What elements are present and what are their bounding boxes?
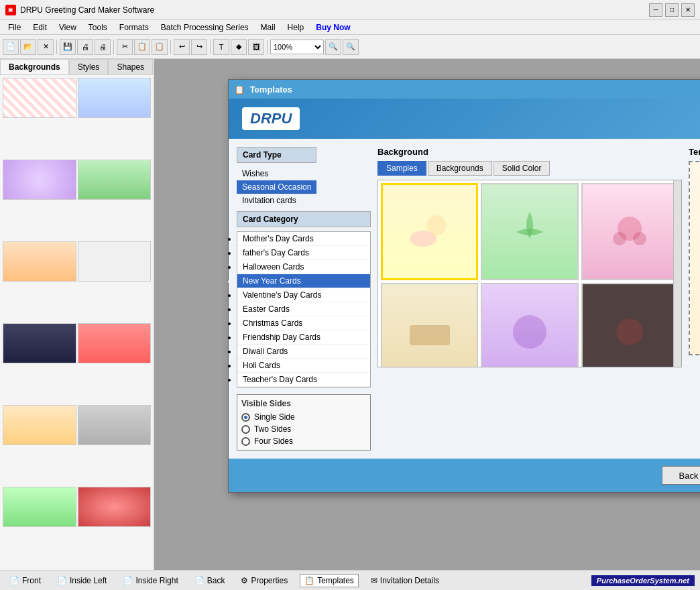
zoom-select[interactable]: 100% 75% 50% 125% 150% (270, 40, 324, 54)
tab-backgrounds[interactable]: Backgrounds (0, 59, 69, 74)
menu-view[interactable]: View (54, 21, 82, 34)
image-button[interactable]: 🖼 (248, 39, 264, 55)
bg-thumb-8[interactable] (78, 323, 152, 363)
bg-thumb-3[interactable] (3, 160, 76, 200)
card-type-invitation[interactable]: Invitation cards (237, 194, 316, 207)
paste-button[interactable]: 📋 (152, 39, 168, 55)
svg-point-3 (613, 232, 626, 245)
save-button[interactable]: 💾 (60, 39, 76, 55)
bg-thumb-2[interactable] (78, 78, 152, 118)
bg-tab-solidcolor[interactable]: Solid Color (493, 161, 550, 176)
radio-group-sides: Single Side Two Sides Four Sides (241, 412, 366, 446)
radio-single-side[interactable]: Single Side (241, 412, 366, 422)
undo-button[interactable]: ↩ (174, 39, 190, 55)
back-button[interactable]: Back (662, 466, 700, 485)
menu-mail[interactable]: Mail (255, 21, 281, 34)
save-all-button[interactable]: 🖨 (77, 39, 93, 55)
tab-templates[interactable]: 📋 Templates (300, 574, 359, 587)
cat-fathers[interactable]: father's Day Cards (237, 246, 370, 260)
bg-thumb-container[interactable] (377, 180, 682, 367)
bg-thumb-9[interactable] (3, 405, 76, 445)
menu-help[interactable]: Help (282, 21, 310, 34)
cat-friendship[interactable]: Friendship Day Cards (237, 331, 370, 345)
copy-button[interactable]: 📋 (134, 39, 150, 55)
bg-thumb-11[interactable] (3, 487, 76, 527)
bg-thumb-7[interactable] (3, 323, 76, 363)
tab-shapes[interactable]: Shapes (108, 59, 153, 74)
app-logo: ▣ (5, 5, 16, 15)
maximize-button[interactable]: □ (665, 3, 679, 17)
bg-thumb-12[interactable] (78, 487, 152, 527)
menu-file[interactable]: File (3, 21, 26, 34)
content-area: 📋 Templates ✕ DRPU Greeting Cards MAKER … (154, 59, 700, 570)
close-button[interactable]: ✕ (681, 3, 695, 17)
tab-inside-right[interactable]: 📄 Inside Right (119, 575, 182, 587)
redo-button[interactable]: ↪ (191, 39, 207, 55)
sample-1[interactable] (381, 183, 478, 280)
radio-single-circle (241, 413, 250, 422)
bg-thumb-4[interactable] (78, 160, 152, 200)
sample-6[interactable] (581, 283, 679, 367)
dialog-banner: DRPU Greeting Cards MAKER SOFTWARE (229, 99, 700, 139)
cat-newyear[interactable]: New Year Cards (237, 274, 370, 288)
card-type-seasonal[interactable]: Seasonal Occasion (237, 180, 316, 194)
menu-formats[interactable]: Formats (114, 21, 154, 34)
menu-buynow[interactable]: Buy Now (310, 21, 355, 34)
tab-styles[interactable]: Styles (69, 59, 109, 74)
bg-thumb-5[interactable] (3, 241, 76, 282)
cat-diwali[interactable]: Diwali Cards (237, 345, 370, 359)
app-title: DRPU Greeting Card Maker Software (20, 5, 154, 15)
open-button[interactable]: 📂 (20, 39, 36, 55)
cat-valentines[interactable]: Valentine's Day Cards (237, 288, 370, 302)
inside-right-icon: 📄 (123, 576, 133, 585)
card-type-wishes[interactable]: Wishes (237, 167, 316, 180)
minimize-button[interactable]: ─ (649, 3, 662, 17)
cat-mothers[interactable]: Mother's Day Cards (237, 232, 370, 246)
menu-edit[interactable]: Edit (27, 21, 52, 34)
bg-tab-samples[interactable]: Samples (377, 161, 426, 176)
tab-invitation[interactable]: ✉ Invitation Details (367, 575, 443, 587)
invitation-icon: ✉ (371, 576, 377, 585)
bg-thumb-6[interactable] (78, 241, 152, 282)
cat-easter[interactable]: Easter Cards (237, 302, 370, 316)
bg-sample-grid (381, 183, 679, 367)
sample-5[interactable] (481, 283, 578, 367)
cut-button[interactable]: ✂ (117, 39, 133, 55)
tab-inside-left[interactable]: 📄 Inside Left (53, 575, 111, 587)
close-doc-button[interactable]: ✕ (38, 39, 54, 55)
sample-2[interactable] (481, 183, 578, 280)
visible-sides-title: Visible Sides (241, 399, 366, 408)
print-button[interactable]: 🖨 (95, 39, 111, 55)
cat-christmas[interactable]: Christmas Cards (237, 316, 370, 331)
preview-description: Lets welcome the year which is fresh and… (697, 292, 700, 315)
menu-tools[interactable]: Tools (83, 21, 113, 34)
bg-tab-backgrounds[interactable]: Backgrounds (428, 161, 492, 176)
bg-thumb-10[interactable] (78, 405, 152, 445)
radio-two-circle (241, 425, 250, 434)
cat-holi[interactable]: Holi Cards (237, 359, 370, 373)
left-tab-bar: Backgrounds Styles Shapes (0, 59, 154, 75)
dialog-title: 📋 Templates (234, 84, 292, 95)
tab-back[interactable]: 📄 Back (190, 575, 229, 587)
tab-front[interactable]: 📄 Front (5, 575, 45, 587)
zoom-in-button[interactable]: 🔍 (325, 39, 341, 55)
card-category-list: Mother's Day Cards father's Day Cards Ha… (237, 231, 371, 388)
bg-thumb-1[interactable] (3, 78, 76, 118)
bottom-bar: 📄 Front 📄 Inside Left 📄 Inside Right 📄 B… (0, 570, 700, 590)
cat-teachers[interactable]: Teacher's Day Cards (237, 373, 370, 387)
scrollbar[interactable] (673, 180, 681, 367)
zoom-out-button[interactable]: 🔍 (343, 39, 359, 55)
sample-4[interactable] (381, 283, 478, 367)
bottom-tab-bar: 📄 Front 📄 Inside Left 📄 Inside Right 📄 B… (5, 574, 443, 587)
tab-properties[interactable]: ⚙ Properties (237, 575, 292, 587)
drpu-logo: DRPU (242, 107, 300, 130)
title-bar: ▣ DRPU Greeting Card Maker Software ─ □ … (0, 0, 700, 20)
sample-3[interactable] (581, 183, 679, 280)
radio-two-sides[interactable]: Two Sides (241, 424, 366, 434)
radio-four-sides[interactable]: Four Sides (241, 436, 366, 446)
shape-button[interactable]: ◆ (231, 39, 247, 55)
text-button[interactable]: T (213, 39, 229, 55)
menu-batch[interactable]: Batch Processing Series (156, 21, 254, 34)
new-button[interactable]: 📄 (3, 39, 19, 55)
cat-halloween[interactable]: Halloween Cards (237, 260, 370, 274)
